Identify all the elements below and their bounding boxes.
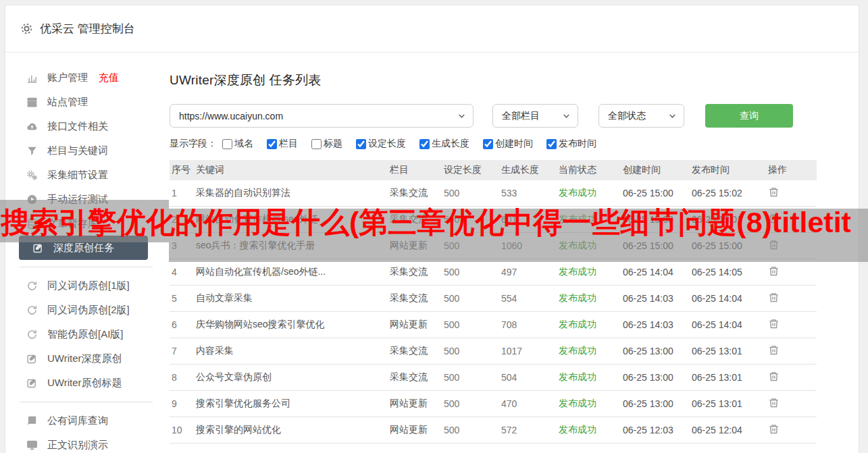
field-checkbox-生成长度[interactable]: 生成长度 [419,138,469,150]
sidebar-item-label: 站点管理 [47,96,88,109]
status-select[interactable]: 全部状态 [598,104,684,128]
cell-set-length: 500 [442,372,499,383]
sidebar-item-label: 正文识别演示 [47,439,108,452]
checkbox-input[interactable] [356,139,366,149]
checkbox-input[interactable] [222,139,232,149]
cell-no: 10 [170,425,194,435]
delete-button[interactable] [768,317,783,332]
delete-button[interactable] [768,423,783,437]
cell-no: 5 [170,293,194,304]
sidebar-item-label: 同义词伪原创[2版] [47,304,130,317]
field-checkbox-标题[interactable]: 标题 [311,138,342,150]
sidebar-item-api-files[interactable]: 接口文件相关 [5,114,170,138]
checkbox-label: 发布时间 [559,138,596,150]
checkbox-input[interactable] [311,139,322,149]
checkbox-label: 标题 [324,138,342,150]
cell-gen-length: 572 [499,425,557,435]
cell-published-time: 06-25 13:01 [690,346,766,356]
delete-button[interactable] [768,291,783,306]
column-select-value: 全部栏目 [502,110,540,122]
cell-actions [766,265,817,279]
cell-set-length: 500 [442,188,499,198]
sidebar-item-uwriter-deep[interactable]: UWriter深度原创 [5,346,170,371]
cell-column: 采集交流 [388,187,442,199]
delete-button[interactable] [768,265,783,279]
column-header: 创建时间 [621,164,690,176]
column-header: 生成长度 [499,164,557,176]
cell-created-time: 06-25 14:03 [621,319,690,330]
sidebar-item-sites[interactable]: 站点管理 [5,90,170,114]
recharge-link[interactable]: 充值 [99,72,119,84]
cell-actions [766,344,817,358]
trash-icon [768,397,780,410]
sidebar-item-synonym-2[interactable]: 同义词伪原创[2版] [5,298,170,322]
cell-keyword: 公众号文章伪原创 [194,371,388,383]
delete-button[interactable] [768,370,783,385]
sidebar-item-ai-original[interactable]: 智能伪原创[AI版] [5,322,170,346]
cell-published-time: 06-25 15:02 [690,188,766,198]
column-header: 当前状态 [557,164,621,176]
trash-icon [768,371,780,384]
cell-actions [766,396,817,411]
cell-published-time: 06-25 14:04 [690,319,766,330]
column-select[interactable]: 全部栏目 [492,104,578,128]
field-checkbox-设定长度[interactable]: 设定长度 [356,138,406,150]
field-checkbox-栏目[interactable]: 栏目 [267,138,298,150]
sidebar-item-content-demo[interactable]: 正文识别演示 [5,433,170,453]
monitor-icon [26,439,38,451]
cell-published-time: 06-25 14:05 [690,267,766,277]
cell-column: 网站更新 [388,424,442,436]
search-button[interactable]: 查询 [705,104,793,128]
checkbox-input[interactable] [546,139,557,149]
delete-button[interactable] [768,186,783,201]
refresh-icon [26,329,38,340]
cell-gen-length: 554 [499,293,557,304]
cell-keyword: 庆华购物网站seo搜索引擎优化 [194,319,388,331]
checkbox-input[interactable] [419,139,430,149]
checkbox-input[interactable] [267,139,277,149]
cell-created-time: 06-25 13:00 [621,346,690,356]
sidebar-item-synonym-1[interactable]: 同义词伪原创[1版] [5,273,170,298]
cell-published-time: 06-25 13:01 [690,398,766,409]
cell-column: 采集交流 [388,371,442,383]
cell-no: 8 [170,372,194,383]
sidebar-item-account[interactable]: 账户管理充值 [5,65,170,90]
field-checkbox-域名[interactable]: 域名 [222,138,253,150]
cell-column: 采集交流 [388,345,442,357]
sidebar-item-label: 公有词库查询 [47,415,108,427]
cell-actions [766,317,817,332]
table-header-row: 序号关键词栏目设定长度生成长度当前状态创建时间发布时间操作 [170,160,817,180]
trash-icon [768,423,780,437]
field-checkbox-发布时间[interactable]: 发布时间 [546,138,596,150]
trash-icon [768,186,780,200]
sidebar-divider [20,267,153,267]
cell-actions [766,423,817,437]
display-fields-label: 显示字段： [170,138,217,150]
sidebar-item-label: 采集细节设置 [47,169,108,182]
sidebar-item-uwriter-title[interactable]: UWriter原创标题 [5,371,170,395]
cell-set-length: 500 [442,319,499,330]
cell-column: 网站更新 [388,398,442,410]
table-row: 8公众号文章伪原创采集交流500504发布成功06-25 13:0006-25 … [170,365,817,391]
cell-status: 发布成功 [557,319,621,331]
cell-gen-length: 470 [499,398,557,409]
cell-set-length: 500 [442,293,499,304]
sidebar-item-columns-keywords[interactable]: 栏目与关键词 [5,138,170,163]
checkbox-label: 生成长度 [432,138,469,150]
column-header: 发布时间 [690,164,766,176]
delete-button[interactable] [768,344,783,358]
sidebar-item-label: 接口文件相关 [47,120,108,133]
sidebar-item-label: 账户管理 [47,72,88,84]
checkbox-input[interactable] [483,139,493,149]
delete-button[interactable] [768,396,783,411]
cell-gen-length: 708 [499,319,557,330]
cell-gen-length: 533 [499,188,557,198]
task-table: 序号关键词栏目设定长度生成长度当前状态创建时间发布时间操作1采集器的自动识别算法… [170,160,817,444]
sidebar-item-public-thesaurus[interactable]: 公有词库查询 [5,408,170,433]
cell-set-length: 500 [442,398,499,409]
stack-icon [26,97,38,108]
sidebar-item-collect-detail[interactable]: 采集细节设置 [5,163,170,187]
cell-keyword: 搜索引擎的网站优化 [194,424,388,436]
site-select[interactable]: https://www.ucaiyun.com [170,104,474,128]
field-checkbox-创建时间[interactable]: 创建时间 [483,138,533,150]
